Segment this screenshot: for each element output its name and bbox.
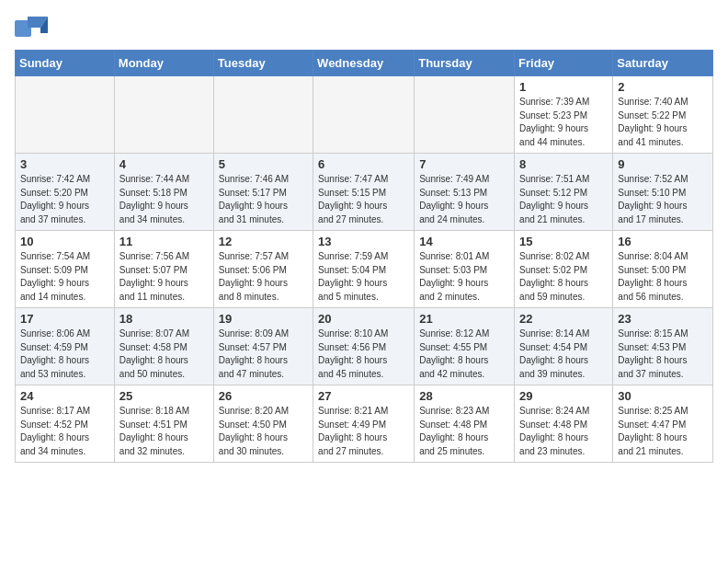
- day-number: 19: [219, 312, 308, 326]
- day-number: 26: [219, 389, 308, 403]
- logo-icon: [15, 15, 48, 40]
- calendar-day-cell: 21Sunrise: 8:12 AM Sunset: 4:55 PM Dayli…: [415, 308, 515, 385]
- day-number: 17: [20, 312, 109, 326]
- day-number: 23: [618, 312, 708, 326]
- day-info: Sunrise: 8:18 AM Sunset: 4:51 PM Dayligh…: [119, 405, 209, 458]
- calendar-day-cell: 14Sunrise: 8:01 AM Sunset: 5:03 PM Dayli…: [415, 231, 515, 308]
- calendar-day-cell: 5Sunrise: 7:46 AM Sunset: 5:17 PM Daylig…: [213, 154, 313, 231]
- day-number: 13: [318, 235, 409, 248]
- day-info: Sunrise: 8:21 AM Sunset: 4:49 PM Dayligh…: [318, 405, 409, 458]
- day-number: 7: [419, 157, 509, 171]
- calendar-day-cell: 7Sunrise: 7:49 AM Sunset: 5:13 PM Daylig…: [415, 154, 515, 231]
- calendar-week-row: 24Sunrise: 8:17 AM Sunset: 4:52 PM Dayli…: [16, 385, 713, 463]
- calendar-day-cell: 26Sunrise: 8:20 AM Sunset: 4:50 PM Dayli…: [213, 385, 313, 463]
- calendar-day-cell: 17Sunrise: 8:06 AM Sunset: 4:59 PM Dayli…: [16, 308, 115, 385]
- calendar-week-row: 17Sunrise: 8:06 AM Sunset: 4:59 PM Dayli…: [16, 308, 713, 385]
- calendar-table: SundayMondayTuesdayWednesdayThursdayFrid…: [15, 50, 713, 463]
- day-info: Sunrise: 8:12 AM Sunset: 4:55 PM Dayligh…: [419, 327, 509, 381]
- page-header: [15, 15, 713, 40]
- day-number: 15: [519, 235, 608, 248]
- day-number: 27: [318, 389, 409, 403]
- day-info: Sunrise: 8:23 AM Sunset: 4:48 PM Dayligh…: [419, 405, 509, 458]
- day-number: 10: [20, 235, 109, 248]
- calendar-day-cell: 13Sunrise: 7:59 AM Sunset: 5:04 PM Dayli…: [313, 231, 415, 308]
- day-info: Sunrise: 8:04 AM Sunset: 5:00 PM Dayligh…: [618, 250, 708, 304]
- calendar-day-cell: 12Sunrise: 7:57 AM Sunset: 5:06 PM Dayli…: [213, 231, 313, 308]
- calendar-day-cell: 25Sunrise: 8:18 AM Sunset: 4:51 PM Dayli…: [114, 385, 213, 463]
- calendar-day-cell: [313, 76, 415, 154]
- day-info: Sunrise: 7:44 AM Sunset: 5:18 PM Dayligh…: [119, 173, 209, 226]
- day-number: 28: [419, 389, 509, 403]
- calendar-day-cell: 10Sunrise: 7:54 AM Sunset: 5:09 PM Dayli…: [16, 231, 115, 308]
- day-number: 11: [119, 235, 209, 248]
- day-number: 24: [20, 389, 109, 403]
- day-info: Sunrise: 7:59 AM Sunset: 5:04 PM Dayligh…: [318, 250, 409, 304]
- calendar-day-cell: 15Sunrise: 8:02 AM Sunset: 5:02 PM Dayli…: [515, 231, 613, 308]
- day-info: Sunrise: 8:02 AM Sunset: 5:02 PM Dayligh…: [519, 250, 608, 304]
- calendar-day-cell: 9Sunrise: 7:52 AM Sunset: 5:10 PM Daylig…: [613, 154, 713, 231]
- logo: [15, 15, 51, 40]
- day-number: 3: [20, 157, 109, 171]
- day-number: 8: [519, 157, 608, 171]
- day-info: Sunrise: 8:24 AM Sunset: 4:48 PM Dayligh…: [519, 405, 608, 458]
- calendar-week-row: 3Sunrise: 7:42 AM Sunset: 5:20 PM Daylig…: [16, 154, 713, 231]
- day-info: Sunrise: 7:51 AM Sunset: 5:12 PM Dayligh…: [519, 173, 608, 226]
- day-info: Sunrise: 8:09 AM Sunset: 4:57 PM Dayligh…: [219, 327, 308, 381]
- day-number: 16: [618, 235, 708, 248]
- calendar-day-cell: 23Sunrise: 8:15 AM Sunset: 4:53 PM Dayli…: [613, 308, 713, 385]
- calendar-day-cell: 28Sunrise: 8:23 AM Sunset: 4:48 PM Dayli…: [415, 385, 515, 463]
- day-number: 6: [318, 157, 409, 171]
- day-number: 18: [119, 312, 209, 326]
- weekday-header-monday: Monday: [114, 51, 213, 76]
- day-info: Sunrise: 7:47 AM Sunset: 5:15 PM Dayligh…: [318, 173, 409, 226]
- calendar-day-cell: 4Sunrise: 7:44 AM Sunset: 5:18 PM Daylig…: [114, 154, 213, 231]
- day-number: 25: [119, 389, 209, 403]
- calendar-week-row: 1Sunrise: 7:39 AM Sunset: 5:23 PM Daylig…: [16, 76, 713, 154]
- calendar-day-cell: 2Sunrise: 7:40 AM Sunset: 5:22 PM Daylig…: [613, 76, 713, 154]
- day-info: Sunrise: 8:06 AM Sunset: 4:59 PM Dayligh…: [20, 327, 109, 381]
- day-info: Sunrise: 7:40 AM Sunset: 5:22 PM Dayligh…: [618, 96, 708, 149]
- day-info: Sunrise: 8:07 AM Sunset: 4:58 PM Dayligh…: [119, 327, 209, 381]
- day-info: Sunrise: 7:46 AM Sunset: 5:17 PM Dayligh…: [219, 173, 308, 226]
- weekday-header-friday: Friday: [515, 51, 613, 76]
- calendar-day-cell: 29Sunrise: 8:24 AM Sunset: 4:48 PM Dayli…: [515, 385, 613, 463]
- day-number: 1: [519, 80, 608, 94]
- day-number: 21: [419, 312, 509, 326]
- day-info: Sunrise: 7:56 AM Sunset: 5:07 PM Dayligh…: [119, 250, 209, 304]
- day-number: 29: [519, 389, 608, 403]
- weekday-header-sunday: Sunday: [16, 51, 115, 76]
- day-number: 30: [618, 389, 708, 403]
- day-number: 9: [618, 157, 708, 171]
- day-info: Sunrise: 7:57 AM Sunset: 5:06 PM Dayligh…: [219, 250, 308, 304]
- weekday-header-saturday: Saturday: [613, 51, 713, 76]
- calendar-day-cell: 22Sunrise: 8:14 AM Sunset: 4:54 PM Dayli…: [515, 308, 613, 385]
- day-number: 22: [519, 312, 608, 326]
- calendar-day-cell: [16, 76, 115, 154]
- calendar-day-cell: 11Sunrise: 7:56 AM Sunset: 5:07 PM Dayli…: [114, 231, 213, 308]
- day-info: Sunrise: 8:01 AM Sunset: 5:03 PM Dayligh…: [419, 250, 509, 304]
- calendar-day-cell: 27Sunrise: 8:21 AM Sunset: 4:49 PM Dayli…: [313, 385, 415, 463]
- day-info: Sunrise: 8:20 AM Sunset: 4:50 PM Dayligh…: [219, 405, 308, 458]
- calendar-day-cell: 19Sunrise: 8:09 AM Sunset: 4:57 PM Dayli…: [213, 308, 313, 385]
- weekday-header-wednesday: Wednesday: [313, 51, 415, 76]
- day-info: Sunrise: 8:17 AM Sunset: 4:52 PM Dayligh…: [20, 405, 109, 458]
- calendar-day-cell: 3Sunrise: 7:42 AM Sunset: 5:20 PM Daylig…: [16, 154, 115, 231]
- calendar-day-cell: 18Sunrise: 8:07 AM Sunset: 4:58 PM Dayli…: [114, 308, 213, 385]
- day-info: Sunrise: 8:10 AM Sunset: 4:56 PM Dayligh…: [318, 327, 409, 381]
- day-info: Sunrise: 7:54 AM Sunset: 5:09 PM Dayligh…: [20, 250, 109, 304]
- day-number: 2: [618, 80, 708, 94]
- calendar-day-cell: 24Sunrise: 8:17 AM Sunset: 4:52 PM Dayli…: [16, 385, 115, 463]
- calendar-day-cell: 30Sunrise: 8:25 AM Sunset: 4:47 PM Dayli…: [613, 385, 713, 463]
- day-number: 12: [219, 235, 308, 248]
- calendar-day-cell: 1Sunrise: 7:39 AM Sunset: 5:23 PM Daylig…: [515, 76, 613, 154]
- day-info: Sunrise: 8:25 AM Sunset: 4:47 PM Dayligh…: [618, 405, 708, 458]
- day-number: 5: [219, 157, 308, 171]
- day-number: 20: [318, 312, 409, 326]
- calendar-day-cell: 20Sunrise: 8:10 AM Sunset: 4:56 PM Dayli…: [313, 308, 415, 385]
- calendar-day-cell: 16Sunrise: 8:04 AM Sunset: 5:00 PM Dayli…: [613, 231, 713, 308]
- calendar-day-cell: 8Sunrise: 7:51 AM Sunset: 5:12 PM Daylig…: [515, 154, 613, 231]
- day-info: Sunrise: 7:39 AM Sunset: 5:23 PM Dayligh…: [519, 96, 608, 149]
- day-info: Sunrise: 8:15 AM Sunset: 4:53 PM Dayligh…: [618, 327, 708, 381]
- day-number: 4: [119, 157, 209, 171]
- calendar-day-cell: 6Sunrise: 7:47 AM Sunset: 5:15 PM Daylig…: [313, 154, 415, 231]
